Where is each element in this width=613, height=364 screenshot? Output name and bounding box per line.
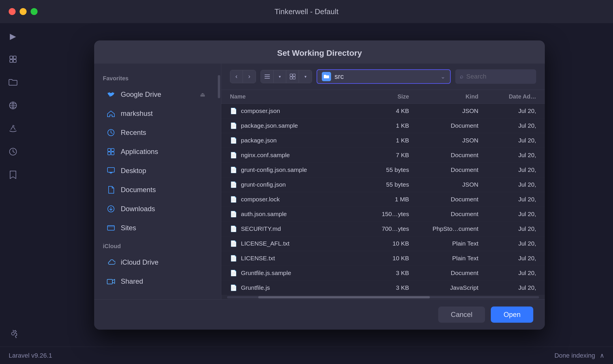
- sidebar-scrollbar[interactable]: [217, 69, 221, 291]
- back-button[interactable]: ‹: [230, 70, 243, 83]
- file-row[interactable]: 📄 Gruntfile.js.sample 3 KB Document Jul …: [221, 266, 545, 281]
- traffic-lights: [9, 8, 38, 15]
- file-icon: 📄: [230, 211, 237, 218]
- open-button[interactable]: Open: [491, 307, 533, 323]
- file-row[interactable]: 📄 composer.json 4 KB JSON Jul 20,: [221, 104, 545, 118]
- svg-rect-12: [108, 148, 111, 151]
- file-name-cell: 📄 Gruntfile.js: [230, 284, 357, 291]
- sidebar-folder-icon[interactable]: [6, 75, 20, 90]
- svg-point-10: [12, 332, 14, 335]
- file-name-cell: 📄 composer.lock: [230, 196, 357, 203]
- path-chevron-icon: ⌄: [441, 73, 445, 80]
- file-browser-sidebar: Favorites Google Drive: [94, 64, 221, 299]
- file-row[interactable]: 📄 LICENSE.txt 10 KB Plain Text Jul 20,: [221, 251, 545, 266]
- applications-icon: [106, 146, 116, 157]
- sidebar-network-icon[interactable]: [6, 98, 20, 113]
- file-row[interactable]: 📄 package.json.sample 1 KB Document Jul …: [221, 118, 545, 133]
- svg-rect-0: [10, 56, 13, 59]
- eject-icon[interactable]: ⏏: [200, 91, 205, 98]
- column-size[interactable]: Size: [357, 93, 409, 100]
- list-view-button[interactable]: [261, 70, 274, 83]
- file-row[interactable]: 📄 grunt-config.json 55 bytes JSON Jul 20…: [221, 177, 545, 192]
- dialog-overlay: Set Working Directory Favorites: [26, 23, 613, 347]
- file-icon: 📄: [230, 255, 237, 262]
- forward-button[interactable]: ›: [243, 70, 256, 83]
- home-icon: [106, 108, 116, 119]
- svg-rect-29: [290, 77, 292, 79]
- sidebar-item-google-drive[interactable]: Google Drive ⏏: [97, 85, 214, 104]
- file-icon: 📄: [230, 240, 237, 247]
- sidebar-item-desktop[interactable]: Desktop: [97, 161, 214, 180]
- file-browser-content: ‹ › ▾: [221, 64, 545, 299]
- sidebar-clock-icon[interactable]: [6, 144, 20, 159]
- file-icon: 📄: [230, 284, 237, 291]
- sidebar-item-shared[interactable]: Shared: [97, 272, 214, 291]
- file-name-cell: 📄 package.json.sample: [230, 122, 357, 129]
- shared-icon: [106, 276, 116, 287]
- file-name-cell: 📄 SECURITY.md: [230, 225, 357, 232]
- sidebar-item-applications[interactable]: Applications: [97, 142, 214, 161]
- sidebar-component-icon[interactable]: [6, 52, 20, 66]
- expand-icon[interactable]: ∧: [600, 352, 604, 359]
- file-name-cell: 📄 nginx.conf.sample: [230, 152, 357, 159]
- column-kind[interactable]: Kind: [409, 93, 478, 100]
- nav-buttons: ‹ ›: [230, 70, 256, 83]
- sidebar-play-icon[interactable]: ▶: [6, 29, 20, 43]
- svg-rect-2: [10, 60, 13, 62]
- file-name-cell: 📄 auth.json.sample: [230, 211, 357, 218]
- modal-footer: Cancel Open: [94, 299, 545, 330]
- close-button[interactable]: [9, 8, 16, 15]
- drive-icon: [106, 89, 116, 100]
- svg-rect-23: [107, 279, 112, 284]
- modal-dialog: Set Working Directory Favorites: [94, 40, 545, 330]
- svg-line-9: [13, 152, 15, 153]
- file-row[interactable]: 📄 Gruntfile.js 3 KB JavaScript Jul 20,: [221, 281, 545, 295]
- icloud-section-label: iCloud: [94, 240, 217, 252]
- downloads-icon: [106, 204, 116, 214]
- column-name[interactable]: Name: [230, 93, 357, 100]
- main-layout: ▶: [0, 23, 613, 347]
- minimize-button[interactable]: [20, 8, 27, 15]
- sidebar-gear-icon[interactable]: [6, 326, 20, 341]
- sidebar-item-label: Recents: [121, 129, 146, 137]
- search-icon: ⌕: [460, 73, 463, 80]
- file-row[interactable]: 📄 package.json 1 KB JSON Jul 20,: [221, 133, 545, 148]
- file-name-cell: 📄 composer.json: [230, 107, 357, 114]
- sidebar-ship-icon[interactable]: [6, 121, 20, 136]
- horizontal-scrollbar[interactable]: [221, 295, 545, 299]
- view-buttons: ▾ ▾: [261, 70, 312, 83]
- dropdown-view-button[interactable]: ▾: [274, 70, 286, 83]
- file-row[interactable]: 📄 LICENSE_AFL.txt 10 KB Plain Text Jul 2…: [221, 236, 545, 251]
- file-row[interactable]: 📄 grunt-config.json.sample 55 bytes Docu…: [221, 163, 545, 177]
- sidebar-item-downloads[interactable]: Downloads: [97, 200, 214, 218]
- maximize-button[interactable]: [31, 8, 38, 15]
- file-row[interactable]: 📄 composer.lock 1 MB Document Jul 20,: [221, 192, 545, 207]
- search-bar: ⌕: [455, 69, 536, 84]
- search-input[interactable]: [466, 73, 524, 80]
- file-name-cell: 📄 grunt-config.json.sample: [230, 166, 357, 173]
- dropdown-grid-button[interactable]: ▾: [299, 70, 312, 83]
- file-name-cell: 📄 LICENSE_AFL.txt: [230, 240, 357, 247]
- window-title: Tinkerwell - Default: [274, 7, 339, 16]
- icloud-drive-icon: [106, 257, 116, 268]
- path-bar[interactable]: src ⌄: [317, 69, 451, 84]
- sidebar-item-sites[interactable]: Sites: [97, 219, 214, 237]
- svg-rect-15: [111, 152, 114, 155]
- modal-title: Set Working Directory: [277, 49, 362, 57]
- column-date[interactable]: Date Ad…: [478, 93, 536, 100]
- sidebar-item-recents[interactable]: Recents: [97, 123, 214, 142]
- sidebar-item-documents[interactable]: Documents: [97, 181, 214, 199]
- file-row[interactable]: 📄 nginx.conf.sample 7 KB Document Jul 20…: [221, 148, 545, 163]
- file-icon: 📄: [230, 196, 237, 203]
- path-folder-icon: [322, 72, 331, 81]
- file-row[interactable]: 📄 auth.json.sample 150…ytes Document Jul…: [221, 207, 545, 222]
- sidebar-bookmark-icon[interactable]: [6, 168, 20, 182]
- file-icon: 📄: [230, 107, 237, 114]
- sidebar-item-markshust[interactable]: markshust: [97, 104, 214, 123]
- file-row[interactable]: 📄 SECURITY.md 700…ytes PhpSto…cument Jul…: [221, 222, 545, 236]
- sidebar-item-label: Documents: [121, 186, 156, 194]
- sidebar-item-icloud-drive[interactable]: iCloud Drive: [97, 253, 214, 272]
- cancel-button[interactable]: Cancel: [438, 307, 485, 323]
- grid-view-button[interactable]: [286, 70, 299, 83]
- file-icon: 📄: [230, 181, 237, 188]
